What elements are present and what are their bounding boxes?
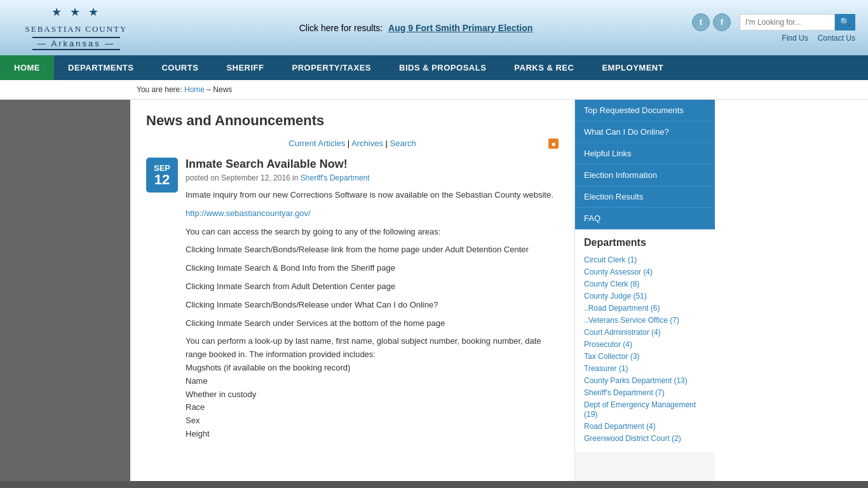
list-item: County Judge (51) — [584, 290, 706, 302]
article-meta: posted on September 12, 2016 in Sheriff'… — [186, 173, 559, 182]
archives-link[interactable]: Archives — [351, 139, 383, 148]
header-links: Find Us Contact Us — [782, 34, 855, 43]
body-link: http://www.sebastiancountyar.gov/ — [186, 207, 559, 220]
list-item: Tax Collector (3) — [584, 350, 706, 362]
sidebar-helpful-links[interactable]: Helpful Links — [575, 143, 715, 165]
search-button[interactable]: 🔍 — [835, 14, 855, 30]
body-p5: Clicking Inmate Search from Adult Detent… — [186, 280, 559, 294]
body-p1: Inmate inquiry from our new Corrections … — [186, 189, 559, 202]
article-title: Inmate Search Available Now! — [186, 158, 559, 171]
dept-link[interactable]: Treasurer (1) — [584, 364, 628, 373]
list-item: County Parks Department (13) — [584, 374, 706, 386]
dept-link[interactable]: Greenwood District Court (2) — [584, 434, 681, 443]
dept-link[interactable]: Court Administrator (4) — [584, 328, 661, 337]
announcement-bar: Click here for results: Aug 9 Fort Smith… — [140, 23, 692, 33]
sidebar-faq[interactable]: FAQ — [575, 208, 715, 229]
list-item: Dept of Emergency Management (19) — [584, 398, 706, 420]
list-item: Treasurer (1) — [584, 362, 706, 374]
dept-list: Circuit Clerk (1) County Assessor (4) Co… — [584, 254, 706, 444]
departments-section: Departments Circuit Clerk (1) County Ass… — [575, 229, 715, 452]
dept-link[interactable]: County Assessor (4) — [584, 268, 653, 276]
dept-link[interactable]: Dept of Emergency Management (19) — [584, 400, 696, 419]
find-us-link[interactable]: Find Us — [782, 34, 808, 43]
sidebar-top-requested[interactable]: Top Requested Documents — [575, 100, 715, 121]
body-p4: Clicking Inmate Search & Bond Info from … — [186, 262, 559, 275]
dept-link[interactable]: County Clerk (8) — [584, 280, 639, 288]
nav-departments[interactable]: DEPARTMENTS — [54, 55, 147, 80]
facebook-icon[interactable]: f — [713, 13, 731, 31]
logo: ★ ★ ★ SEBASTIAN COUNTY — Arkansas — — [13, 5, 140, 50]
list-item: Prosecutor (4) — [584, 338, 706, 350]
list-item: Court Administrator (4) — [584, 326, 706, 338]
header-right: t f 🔍 Find Us Contact Us — [692, 13, 855, 43]
dept-link[interactable]: Prosecutor (4) — [584, 340, 632, 349]
list-item: ..Road Department (6) — [584, 302, 706, 314]
search-box: 🔍 — [740, 14, 855, 30]
dept-link[interactable]: ..Road Department (6) — [584, 304, 660, 313]
breadcrumb-home[interactable]: Home — [184, 85, 205, 94]
header: ★ ★ ★ SEBASTIAN COUNTY — Arkansas — Clic… — [0, 0, 868, 55]
rss-icon[interactable]: ■ — [548, 139, 559, 149]
article-day: 12 — [154, 173, 170, 187]
left-spacer — [0, 100, 130, 481]
nav-bids-proposals[interactable]: BIDS & PROPOSALS — [385, 55, 500, 80]
contact-us-link[interactable]: Contact Us — [818, 34, 855, 43]
sidebar-what-can-i-do[interactable]: What Can I Do Online? — [575, 121, 715, 143]
dept-link[interactable]: ..Veterans Service Office (7) — [584, 316, 679, 325]
twitter-icon[interactable]: t — [692, 13, 710, 31]
nav-sep2: | — [386, 139, 390, 148]
list-item: Road Department (4) — [584, 420, 706, 432]
list-item: Greenwood District Court (2) — [584, 432, 706, 444]
dept-link[interactable]: Circuit Clerk (1) — [584, 255, 637, 264]
breadcrumb: You are here: Home – News — [0, 80, 868, 100]
list-item: ..Veterans Service Office (7) — [584, 314, 706, 326]
dept-link[interactable]: Tax Collector (3) — [584, 352, 639, 361]
search-link[interactable]: Search — [390, 139, 416, 148]
dept-link[interactable]: Road Department (4) — [584, 422, 656, 431]
announcement-prefix: Click here for results: — [299, 23, 383, 33]
logo-state: — Arkansas — — [32, 37, 121, 50]
nav-parks-rec[interactable]: PARKS & REC — [500, 55, 588, 80]
sidebar-election-info[interactable]: Election Information — [575, 165, 715, 186]
announcement-link[interactable]: Aug 9 Fort Smith Primary Election — [388, 23, 532, 33]
sidebar-election-results[interactable]: Election Results — [575, 186, 715, 208]
current-articles-link[interactable]: Current Articles — [288, 139, 345, 148]
breadcrumb-separator: – — [207, 85, 213, 94]
you-are-here: You are here: — [137, 85, 182, 94]
list-item: County Assessor (4) — [584, 266, 706, 278]
search-input[interactable] — [740, 14, 835, 30]
search-row: t f 🔍 — [692, 13, 855, 31]
list-item: Circuit Clerk (1) — [584, 254, 706, 266]
nav-home[interactable]: HOME — [0, 55, 54, 80]
nav-courts[interactable]: COURTS — [147, 55, 212, 80]
nav-property-taxes[interactable]: PROPERTY/TAXES — [278, 55, 386, 80]
list-item: County Clerk (8) — [584, 278, 706, 290]
dept-link[interactable]: County Judge (51) — [584, 292, 647, 301]
body-p6: Clicking Inmate Search/Bonds/Release und… — [186, 299, 559, 312]
article-content: Inmate Search Available Now! posted on S… — [186, 158, 559, 446]
list-item: Sheriff's Department (7) — [584, 386, 706, 398]
main-nav: HOME DEPARTMENTS COURTS SHERIFF PROPERTY… — [0, 55, 868, 80]
body-p3: Clicking Inmate Search/Bonds/Release lin… — [186, 243, 559, 257]
article-block: Sep 12 Inmate Search Available Now! post… — [146, 158, 559, 446]
body-p7: Clicking Inmate Search under Services at… — [186, 317, 559, 330]
article-body: Inmate inquiry from our new Corrections … — [186, 189, 559, 441]
logo-main: SEBASTIAN COUNTY — [25, 19, 128, 36]
nav-sheriff[interactable]: SHERIFF — [212, 55, 278, 80]
dept-link[interactable]: Sheriff's Department (7) — [584, 388, 665, 397]
article-nav: Current Articles | Archives | Search ■ — [146, 139, 559, 148]
social-icons: t f — [692, 13, 731, 31]
nav-employment[interactable]: EMPLOYMENT — [588, 55, 677, 80]
body-p8: You can perform a look-up by last name, … — [186, 335, 559, 440]
page-title: News and Announcements — [146, 112, 559, 129]
departments-title: Departments — [584, 237, 706, 248]
sidebar-blue-menu: Top Requested Documents What Can I Do On… — [575, 100, 715, 229]
logo-stars: ★ ★ ★ — [51, 5, 101, 19]
main-container: News and Announcements Current Articles … — [0, 100, 868, 481]
dept-link[interactable]: County Parks Department (13) — [584, 376, 688, 385]
website-link[interactable]: http://www.sebastiancountyar.gov/ — [186, 208, 311, 218]
date-badge: Sep 12 — [146, 158, 178, 193]
content-area: News and Announcements Current Articles … — [130, 100, 575, 481]
meta-dept-link[interactable]: Sheriff's Department — [301, 173, 370, 182]
breadcrumb-current: News — [213, 85, 232, 94]
